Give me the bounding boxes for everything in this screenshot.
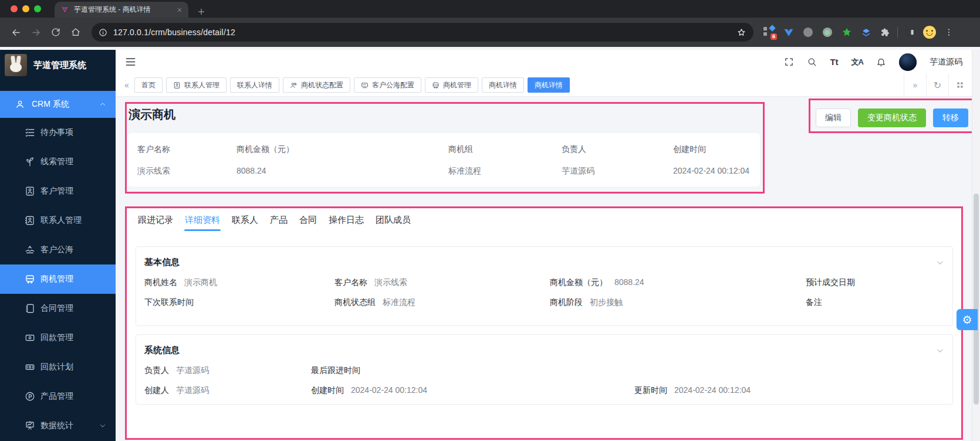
url-text[interactable]: 127.0.0.1/crm/business/detail/12 (113, 28, 731, 37)
sidebar-item-contacts[interactable]: 联系人管理 (0, 206, 116, 235)
product-icon (25, 391, 35, 402)
browser-tab-title: 芋道管理系统 - 商机详情 (74, 5, 172, 15)
address-bar[interactable]: 127.0.0.1/crm/business/detail/12 (92, 23, 753, 42)
system-info-card: 系统信息 负责人芋道源码 最后跟进时间 创建人芋道源码 创建时间2024-02-… (136, 334, 953, 405)
sidebar-item-business[interactable]: 商机管理 (0, 264, 116, 294)
app-title: 芋道管理系统 (33, 60, 86, 71)
tab-contracts[interactable]: 合同 (293, 209, 323, 231)
tabs-refresh-icon[interactable] (926, 74, 948, 96)
field: 商机姓名演示商机 (144, 277, 334, 288)
chevron-up-icon (99, 101, 106, 108)
detail-tabs-card: 跟进记录 详细资料 联系人 产品 合同 操作日志 团队成员 基本信息 商机姓名演… (127, 209, 961, 441)
maximize-window-button[interactable] (34, 5, 41, 12)
sidebar-item-sea[interactable]: 客户公海 (0, 235, 116, 264)
browser-tab[interactable]: 芋道管理系统 - 商机详情 (55, 2, 188, 18)
nav-tab-status-config[interactable]: 商机状态配置 (283, 77, 350, 93)
sidebar-item-label: 线索管理 (40, 157, 73, 167)
home-icon[interactable] (66, 22, 86, 42)
sidebar-item-payment[interactable]: 回款管理 (0, 323, 116, 352)
nav-tab-contact-detail[interactable]: 联系人详情 (230, 77, 279, 93)
pinia-extension-icon[interactable] (837, 22, 856, 42)
tab-contacts[interactable]: 联系人 (226, 209, 264, 231)
app-logo (5, 54, 27, 76)
extension-devtools-icon[interactable]: 6 (759, 22, 779, 42)
scrollbar-thumb[interactable] (974, 194, 979, 405)
sidebar-item-stats[interactable]: 数据统计 (0, 411, 116, 440)
extensions-puzzle-icon[interactable] (876, 22, 895, 42)
sidebar-group-crm[interactable]: CRM 系统 (0, 91, 116, 118)
sidebar-item-todo[interactable]: 待办事项 (0, 118, 116, 147)
vue-extension-icon[interactable] (779, 22, 798, 42)
user-avatar[interactable] (899, 53, 917, 71)
username[interactable]: 芋道源码 (930, 57, 962, 67)
sidebar-item-clue[interactable]: 线索管理 (0, 147, 116, 177)
nav-tab-home[interactable]: 首页 (134, 77, 163, 93)
sidebar-item-label: 回款管理 (40, 333, 73, 343)
tabs-grid-icon[interactable] (948, 74, 971, 96)
contact-book-icon (173, 82, 181, 89)
sidebar-item-plan[interactable]: 回款计划 (0, 352, 116, 382)
field: 创建人芋道源码 (144, 385, 311, 396)
sidebar-item-contract[interactable]: 合同管理 (0, 294, 116, 323)
search-icon[interactable] (807, 57, 817, 67)
font-size-icon[interactable] (830, 57, 838, 67)
bookmark-star-icon[interactable] (736, 28, 746, 38)
hamburger-menu-icon[interactable] (125, 56, 136, 67)
tab-close-icon[interactable] (177, 7, 183, 13)
summary-field: 商机组 标准流程 (448, 144, 562, 177)
tab-operation-log[interactable]: 操作日志 (323, 209, 370, 231)
fullscreen-icon[interactable] (784, 57, 794, 67)
edit-button[interactable]: 编辑 (816, 108, 851, 127)
back-icon[interactable] (6, 22, 26, 42)
window-controls[interactable] (11, 5, 41, 12)
forward-icon[interactable] (26, 22, 46, 42)
transfer-button[interactable]: 转移 (933, 108, 968, 127)
minimize-window-button[interactable] (22, 5, 29, 12)
collapse-chevron-down-icon[interactable] (936, 259, 944, 267)
stats-icon (25, 420, 35, 431)
side-panel-icon[interactable] (900, 22, 920, 42)
bus-icon (25, 274, 35, 284)
tab-detail-info[interactable]: 详细资料 (179, 209, 226, 231)
nav-tab-sea-config[interactable]: 客户公海配置 (354, 77, 421, 93)
recorder-extension-icon[interactable] (817, 22, 837, 42)
page-scrollbar[interactable] (972, 50, 980, 441)
tabs-scroll-right-icon[interactable] (904, 74, 926, 96)
nav-tab-contacts-manage[interactable]: 联系人管理 (166, 77, 227, 93)
main-content: 演示商机 编辑 变更商机状态 转移 客户名称 演示线索 商机金额（元） 8088… (116, 97, 980, 441)
status-config-icon (290, 82, 298, 89)
tab-products[interactable]: 产品 (264, 209, 293, 231)
sidebar-item-customer[interactable]: 客户管理 (0, 177, 116, 206)
reload-icon[interactable] (46, 22, 66, 42)
nav-tab-business-manage[interactable]: 商机管理 (425, 77, 478, 93)
gray-circle-extension-icon[interactable] (798, 22, 817, 42)
nav-tab-business-detail[interactable]: 商机详情 (482, 77, 524, 93)
field: 下次联系时间 (144, 297, 334, 308)
close-window-button[interactable] (11, 5, 18, 12)
tab-team-members[interactable]: 团队成员 (370, 209, 417, 231)
profile-avatar-icon[interactable] (920, 22, 939, 42)
site-info-icon[interactable] (99, 28, 107, 37)
tabs-scroll-left-icon[interactable] (119, 80, 134, 90)
field: 负责人芋道源码 (144, 365, 311, 376)
browser-menu-kebab-icon[interactable] (939, 22, 958, 42)
user-icon (15, 99, 25, 110)
tab-follow-records[interactable]: 跟进记录 (132, 209, 179, 231)
translate-icon[interactable] (851, 56, 863, 67)
nav-tab-business-detail-active[interactable]: 商机详情 (528, 77, 570, 93)
field: 预计成交日期 (806, 277, 944, 288)
new-tab-button[interactable] (197, 8, 205, 16)
collapse-chevron-down-icon[interactable] (936, 347, 944, 355)
clue-icon (25, 157, 35, 167)
theme-settings-gear-button[interactable] (957, 309, 978, 330)
change-status-button[interactable]: 变更商机状态 (858, 108, 926, 127)
layers-extension-icon[interactable] (856, 22, 876, 42)
sidebar-item-label: 数据统计 (40, 420, 73, 431)
browser-tab-strip: 芋道管理系统 - 商机详情 (0, 0, 980, 18)
sidebar-item-product[interactable]: 产品管理 (0, 382, 116, 411)
field: 创建时间2024-02-24 00:12:04 (311, 385, 634, 396)
sidebar-item-label: 产品管理 (40, 391, 73, 402)
summary-field: 负责人 芋道源码 (562, 144, 673, 177)
bell-icon[interactable] (876, 57, 886, 67)
extension-area: 6 (759, 22, 958, 42)
